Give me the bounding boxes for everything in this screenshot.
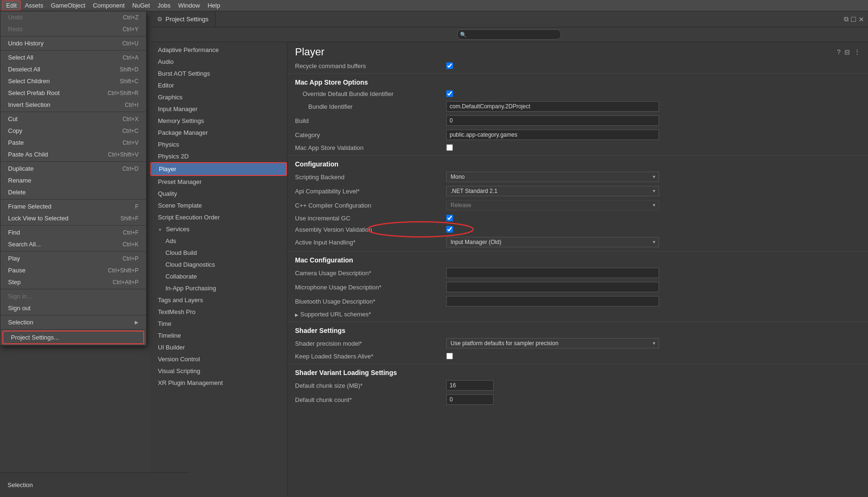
- menu-paste[interactable]: Paste Ctrl+V: [0, 137, 146, 148]
- sidebar-item-graphics[interactable]: Graphics: [150, 91, 287, 103]
- menu-sign-in[interactable]: Sign in...: [0, 290, 146, 302]
- menu-edit[interactable]: Edit: [2, 0, 21, 10]
- sidebar-item-physics-2d[interactable]: Physics 2D: [150, 150, 287, 162]
- sidebar-item-in-app-purchasing[interactable]: In-App Purchasing: [150, 282, 287, 294]
- sidebar-item-timeline[interactable]: Timeline: [150, 330, 287, 341]
- panel-close-icon[interactable]: ✕: [859, 16, 864, 23]
- sidebar-item-xr-plugin[interactable]: XR Plugin Management: [150, 377, 287, 389]
- sidebar-item-script-execution-order[interactable]: Script Execution Order: [150, 211, 287, 223]
- sidebar-item-burst-aot[interactable]: Burst AOT Settings: [150, 68, 287, 79]
- api-compatibility-select[interactable]: .NET Standard 2.1 .NET Framework: [446, 186, 659, 196]
- scripting-backend-select[interactable]: Mono IL2CPP: [446, 172, 659, 182]
- sidebar-item-memory-settings[interactable]: Memory Settings: [150, 115, 287, 127]
- menu-pause[interactable]: Pause Ctrl+Shift+P: [0, 264, 146, 276]
- panel-collapse-icon[interactable]: ⧉: [844, 15, 849, 23]
- menu-invert-selection[interactable]: Invert Selection Ctrl+I: [0, 99, 146, 111]
- menu-select-all[interactable]: Select All Ctrl+A: [0, 52, 146, 63]
- menu-lock-view[interactable]: Lock View to Selected Shift+F: [0, 212, 146, 224]
- active-input-select[interactable]: Input Manager (Old) Input System Package…: [446, 237, 659, 247]
- sidebar-item-cloud-build[interactable]: Cloud Build: [150, 247, 287, 259]
- sidebar-item-scene-template[interactable]: Scene Template: [150, 200, 287, 211]
- shader-precision-select[interactable]: Use platform defaults for sampler precis…: [446, 338, 659, 349]
- player-options-icon[interactable]: ⋮: [854, 48, 860, 56]
- menu-cut[interactable]: Cut Ctrl+X: [0, 113, 146, 125]
- menu-frame-selected[interactable]: Frame Selected F: [0, 201, 146, 212]
- menu-search-all[interactable]: Search All... Ctrl+K: [0, 238, 146, 250]
- override-bundle-checkbox[interactable]: [446, 90, 453, 97]
- menu-help[interactable]: Help: [204, 1, 224, 10]
- use-incremental-checkbox[interactable]: [446, 215, 453, 221]
- settings-search-input[interactable]: [457, 29, 561, 40]
- recycle-checkbox[interactable]: [446, 62, 453, 69]
- status-bar: Selection: [0, 472, 189, 497]
- menu-step[interactable]: Step Ctrl+Alt+P: [0, 276, 146, 288]
- menu-select-prefab-root[interactable]: Select Prefab Root Ctrl+Shift+R: [0, 87, 146, 99]
- menu-component[interactable]: Component: [89, 1, 128, 10]
- sidebar-item-quality[interactable]: Quality: [150, 188, 287, 200]
- shader-precision-select-wrapper: Use platform defaults for sampler precis…: [446, 338, 659, 349]
- sidebar-item-time[interactable]: Time: [150, 318, 287, 330]
- sidebar-item-ads[interactable]: Ads: [150, 235, 287, 247]
- sidebar-item-tags-and-layers[interactable]: Tags and Layers: [150, 294, 287, 306]
- menu-nuget[interactable]: NuGet: [129, 1, 154, 10]
- cpp-compiler-select[interactable]: Release Debug: [446, 200, 659, 210]
- menu-rename[interactable]: Rename: [0, 174, 146, 186]
- sidebar-item-player[interactable]: Player: [150, 162, 287, 176]
- divider-4: [0, 161, 146, 162]
- menu-find[interactable]: Find Ctrl+F: [0, 227, 146, 238]
- camera-usage-input[interactable]: [446, 268, 659, 278]
- assembly-version-checkbox-cell: [446, 226, 453, 233]
- sidebar-item-package-manager[interactable]: Package Manager: [150, 127, 287, 139]
- default-chunk-count-input[interactable]: [446, 394, 494, 405]
- player-help-icon[interactable]: ?: [837, 48, 841, 56]
- bundle-identifier-input[interactable]: [446, 101, 659, 112]
- menu-redo[interactable]: Redo Ctrl+Y: [0, 23, 146, 35]
- menu-copy[interactable]: Copy Ctrl+C: [0, 125, 146, 137]
- sidebar-item-textmesh-pro[interactable]: TextMesh Pro: [150, 306, 287, 318]
- sidebar-item-physics[interactable]: Physics: [150, 139, 287, 150]
- bluetooth-usage-input[interactable]: [446, 296, 659, 306]
- assembly-version-checkbox[interactable]: [446, 226, 453, 233]
- panel-maximize-icon[interactable]: ☐: [851, 16, 857, 23]
- menu-window[interactable]: Window: [174, 1, 204, 10]
- menu-project-settings[interactable]: Project Settings...: [2, 331, 144, 344]
- keep-loaded-shaders-checkbox[interactable]: [446, 353, 453, 359]
- sidebar-item-preset-manager[interactable]: Preset Manager: [150, 176, 287, 188]
- sidebar-item-input-manager[interactable]: Input Manager: [150, 103, 287, 115]
- panel-body: Adaptive Performance Audio Burst AOT Set…: [150, 42, 868, 497]
- menu-deselect-all[interactable]: Deselect All Shift+D: [0, 63, 146, 75]
- shader-precision-row: Shader precision model* Use platform def…: [287, 336, 868, 350]
- sidebar-item-audio[interactable]: Audio: [150, 56, 287, 68]
- sidebar-item-collaborate[interactable]: Collaborate: [150, 270, 287, 282]
- menu-undo-history[interactable]: Undo History Ctrl+U: [0, 37, 146, 49]
- category-input[interactable]: [446, 130, 659, 140]
- sidebar-item-adaptive-performance[interactable]: Adaptive Performance: [150, 44, 287, 56]
- sidebar-item-visual-scripting[interactable]: Visual Scripting: [150, 365, 287, 377]
- menu-select-children[interactable]: Select Children Shift+C: [0, 75, 146, 87]
- menu-play[interactable]: Play Ctrl+P: [0, 253, 146, 264]
- sidebar-item-cloud-diagnostics[interactable]: Cloud Diagnostics: [150, 259, 287, 270]
- menu-assets[interactable]: Assets: [21, 1, 47, 10]
- menu-sign-out[interactable]: Sign out: [0, 302, 146, 314]
- menu-selection[interactable]: Selection: [0, 316, 146, 328]
- sidebar-item-version-control[interactable]: Version Control: [150, 353, 287, 365]
- player-presets-icon[interactable]: ⊟: [844, 48, 850, 56]
- menu-duplicate[interactable]: Duplicate Ctrl+D: [0, 163, 146, 174]
- divider-10: [0, 329, 146, 330]
- build-input[interactable]: [446, 115, 659, 126]
- menu-paste-as-child[interactable]: Paste As Child Ctrl+Shift+V: [0, 148, 146, 160]
- menu-gameobject[interactable]: GameObject: [47, 1, 89, 10]
- sidebar-item-services[interactable]: Services: [150, 223, 287, 235]
- build-row: Build: [287, 113, 868, 128]
- sidebar-item-ui-builder[interactable]: UI Builder: [150, 341, 287, 353]
- sidebar-item-editor[interactable]: Editor: [150, 79, 287, 91]
- scripting-backend-row: Scripting Backend Mono IL2CPP: [287, 170, 868, 184]
- default-chunk-count-row: Default chunk count*: [287, 392, 868, 407]
- default-chunk-size-input[interactable]: [446, 380, 494, 391]
- menu-delete[interactable]: Delete: [0, 186, 146, 198]
- menu-jobs[interactable]: Jobs: [154, 1, 174, 10]
- mac-validation-checkbox[interactable]: [446, 144, 453, 151]
- microphone-usage-input[interactable]: [446, 282, 659, 292]
- menu-undo[interactable]: Undo Ctrl+Z: [0, 11, 146, 23]
- panel-tab-project-settings[interactable]: ⚙ Project Settings: [150, 11, 216, 27]
